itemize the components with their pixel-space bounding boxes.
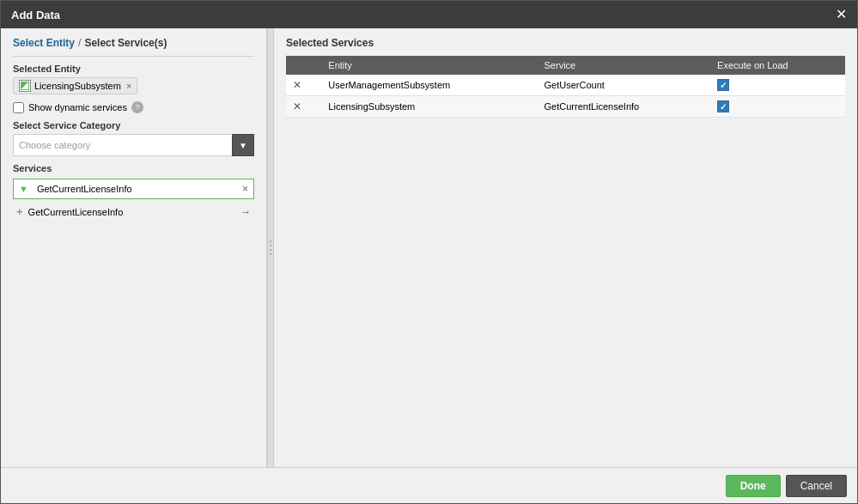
row-entity: UserManagementSubsystem bbox=[321, 75, 537, 96]
dialog-body: Select Entity / Select Service(s) Select… bbox=[1, 28, 857, 467]
selected-entity-section: Selected Entity LicensingSubsystem × bbox=[13, 64, 254, 94]
col-execute: Execute on Load bbox=[710, 56, 845, 75]
row-execute bbox=[710, 96, 845, 118]
service-item-label: GetCurrentLicenseInfo bbox=[28, 207, 124, 217]
col-service: Service bbox=[538, 56, 711, 75]
breadcrumb-separator: / bbox=[78, 37, 81, 49]
execute-on-load-checkbox[interactable] bbox=[717, 79, 729, 91]
show-dynamic-row: Show dynamic services ? bbox=[13, 101, 254, 113]
dialog-title: Add Data bbox=[11, 9, 60, 21]
table-row: ✕LicensingSubsystemGetCurrentLicenseInfo bbox=[286, 96, 845, 118]
service-list-item[interactable]: + GetCurrentLicenseInfo → bbox=[13, 203, 254, 221]
filter-icon: ▼ bbox=[14, 180, 33, 197]
add-data-dialog: Add Data ✕ Select Entity / Select Servic… bbox=[0, 0, 858, 504]
breadcrumb-select-entity[interactable]: Select Entity bbox=[13, 37, 75, 49]
service-filter-row: ▼ × bbox=[13, 179, 254, 199]
service-arrow-icon: → bbox=[240, 205, 251, 218]
done-button[interactable]: Done bbox=[726, 475, 781, 497]
entity-icon bbox=[19, 80, 31, 92]
service-filter-input[interactable] bbox=[33, 181, 237, 197]
resizer-dots bbox=[270, 240, 271, 255]
dialog-close-button[interactable]: ✕ bbox=[836, 8, 847, 21]
cancel-button[interactable]: Cancel bbox=[786, 475, 847, 497]
row-service: GetUserCount bbox=[538, 75, 711, 96]
right-panel: Selected Services Entity Service Execute… bbox=[274, 28, 857, 467]
panel-resizer[interactable] bbox=[267, 28, 274, 467]
selected-services-label: Selected Services bbox=[286, 37, 845, 49]
services-section: Services ▼ × + GetCurrentLicenseInfo → bbox=[13, 163, 254, 221]
row-service: GetCurrentLicenseInfo bbox=[538, 96, 711, 118]
breadcrumb-select-services: Select Service(s) bbox=[84, 37, 167, 49]
category-select[interactable]: Choose category bbox=[13, 134, 233, 156]
entity-tag: LicensingSubsystem × bbox=[13, 77, 137, 94]
col-entity: Entity bbox=[321, 56, 537, 75]
execute-on-load-checkbox[interactable] bbox=[717, 100, 729, 112]
selected-entity-label: Selected Entity bbox=[13, 64, 254, 74]
table-header-row: Entity Service Execute on Load bbox=[286, 56, 845, 75]
info-icon: ? bbox=[131, 101, 143, 113]
service-add-icon: + bbox=[16, 205, 23, 218]
row-delete-button[interactable]: ✕ bbox=[293, 100, 301, 112]
col-delete bbox=[286, 56, 321, 75]
entity-icon-inner bbox=[21, 82, 29, 90]
row-delete-button[interactable]: ✕ bbox=[293, 79, 301, 91]
service-category-label: Select Service Category bbox=[13, 120, 254, 131]
service-filter-clear[interactable]: × bbox=[237, 179, 253, 198]
selected-services-table: Entity Service Execute on Load ✕UserMana… bbox=[286, 56, 845, 118]
row-execute bbox=[710, 75, 845, 96]
row-delete-cell: ✕ bbox=[286, 75, 321, 96]
row-entity: LicensingSubsystem bbox=[321, 96, 537, 118]
category-dropdown-row: Choose category ▼ bbox=[13, 134, 254, 156]
breadcrumb: Select Entity / Select Service(s) bbox=[13, 37, 254, 57]
dialog-footer: Done Cancel bbox=[1, 467, 857, 503]
left-panel: Select Entity / Select Service(s) Select… bbox=[1, 28, 267, 467]
entity-remove-button[interactable]: × bbox=[126, 81, 131, 91]
show-dynamic-checkbox[interactable] bbox=[13, 102, 24, 113]
service-category-section: Select Service Category Choose category … bbox=[13, 120, 254, 156]
entity-name: LicensingSubsystem bbox=[34, 81, 121, 91]
table-row: ✕UserManagementSubsystemGetUserCount bbox=[286, 75, 845, 96]
category-dropdown-arrow[interactable]: ▼ bbox=[232, 134, 254, 156]
show-dynamic-label: Show dynamic services bbox=[28, 102, 127, 112]
row-delete-cell: ✕ bbox=[286, 96, 321, 118]
services-label: Services bbox=[13, 163, 254, 173]
dialog-header: Add Data ✕ bbox=[1, 1, 857, 28]
